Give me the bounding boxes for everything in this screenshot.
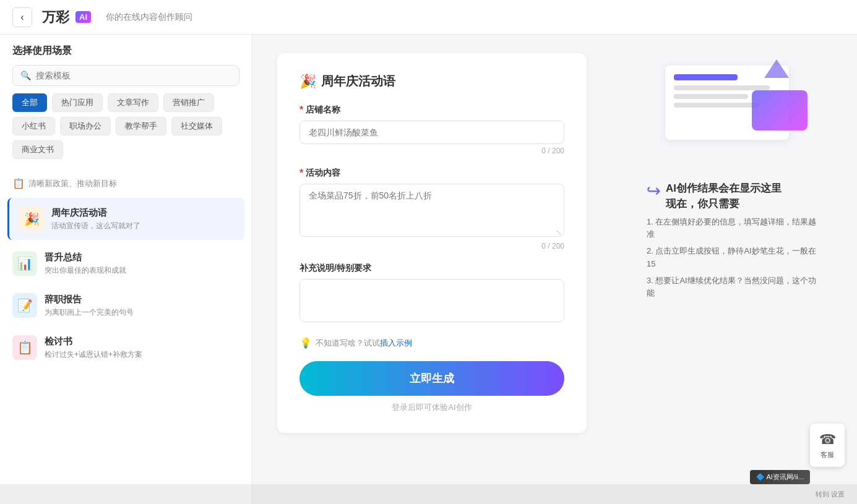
tag-all[interactable]: 全部	[12, 93, 47, 112]
decoration-image	[653, 59, 814, 158]
list-item-icon-resign: 📝	[12, 293, 37, 318]
header-subtitle: 你的在线内容创作顾问	[106, 12, 192, 23]
list-item-subtitle-promotion: 突出你最佳的表现和成就	[45, 265, 239, 276]
list-item-text-anniversary: 周年庆活动语 活动宣传语，这么写就对了	[51, 207, 235, 231]
tag-business[interactable]: 商业文书	[12, 140, 63, 159]
activity-textarea-wrapper: ⤡	[299, 184, 564, 239]
ai-resource-badge: 🔷 AI资讯网/ii...	[750, 470, 810, 484]
bottom-bar-text: 转到 设置	[816, 490, 845, 499]
field-label-store-name: * 店铺名称	[299, 105, 564, 116]
label-text-activity: 活动内容	[306, 168, 340, 179]
list-item-title-resign: 辞职报告	[45, 294, 239, 305]
search-input[interactable]	[36, 70, 231, 80]
back-icon: ‹	[20, 12, 24, 23]
breadcrumb-icon: 📋	[12, 177, 25, 189]
breadcrumb-item: 📋 清晰新政策、推动新目标	[0, 171, 252, 195]
customer-service-icon: ☎	[819, 432, 836, 448]
ai-hint-step-1: 1. 在左侧填好必要的信息，填写越详细，结果越准	[647, 216, 820, 242]
tag-teaching[interactable]: 教学帮手	[116, 117, 166, 135]
hint-text: 不知道写啥？试试插入示例	[316, 338, 412, 349]
activity-char-count: 0 / 200	[541, 242, 564, 250]
card-title: 🎉 周年庆活动语	[299, 73, 564, 90]
tag-xiaohongshu[interactable]: 小红书	[12, 117, 55, 135]
activity-content-textarea[interactable]	[299, 184, 564, 237]
list-item-title-promotion: 晋升总结	[45, 252, 239, 263]
label-text-store: 店铺名称	[306, 105, 340, 116]
sidebar-header: 选择使用场景 🔍	[0, 35, 252, 93]
list-item-title-anniversary: 周年庆活动语	[51, 207, 235, 219]
customer-service-label: 客服	[820, 450, 834, 459]
right-decoration: ↩ AI创作结果会在显示这里 现在，你只需要 1. 在左侧填好必要的信息，填写越…	[634, 59, 832, 310]
list-item-subtitle-resign: 为离职画上一个完美的句号	[45, 307, 239, 318]
ai-hint-step-3: 3. 想要让AI继续优化结果？当然没问题，这个功能	[647, 275, 820, 301]
ai-hint-steps: 1. 在左侧填好必要的信息，填写越详细，结果越准 2. 点击立即生成按钮，静待A…	[647, 216, 820, 301]
tag-marketing[interactable]: 营销推广	[163, 93, 214, 112]
breadcrumb-label: 清晰新政策、推动新目标	[28, 178, 117, 189]
list-item-title-review: 检讨书	[45, 336, 239, 348]
field-activity-content: * 活动内容 ⤡ 0 / 200	[299, 168, 564, 250]
field-label-supplement: 补充说明/特别要求	[299, 263, 564, 274]
list-item-subtitle-review: 检讨过失+诚恩认错+补救方案	[45, 349, 239, 360]
form-card: 🎉 周年庆活动语 * 店铺名称 0 / 200 * 活动内容	[277, 53, 587, 433]
arrow-icon: ↩	[647, 181, 661, 201]
list-item-resign[interactable]: 📝 辞职报告 为离职画上一个完美的句号	[0, 284, 252, 327]
sidebar: 选择使用场景 🔍 全部 热门应用 文章写作 营销推广 小红书 职场办公 教学帮手…	[0, 35, 252, 504]
hint-icon: 💡	[299, 337, 312, 349]
list-item-text-resign: 辞职报告 为离职画上一个完美的句号	[45, 294, 239, 318]
sidebar-list: 📋 清晰新政策、推动新目标 🎉 周年庆活动语 活动宣传语，这么写就对了 📊 晋升…	[0, 166, 252, 504]
generate-hint: 登录后即可体验AI创作	[299, 402, 564, 413]
list-item-text-promotion: 晋升总结 突出你最佳的表现和成就	[45, 252, 239, 276]
resize-handle[interactable]: ⤡	[556, 228, 562, 237]
tag-article[interactable]: 文章写作	[108, 93, 158, 112]
bottom-bar: 转到 设置	[0, 484, 857, 504]
list-item-icon-anniversary: 🎉	[19, 207, 44, 231]
search-icon: 🔍	[20, 70, 31, 80]
list-item-icon-promotion: 📊	[12, 251, 37, 276]
store-name-input[interactable]	[299, 121, 564, 144]
list-item-text-review: 检讨书 检讨过失+诚恩认错+补救方案	[45, 336, 239, 360]
tags-area: 全部 热门应用 文章写作 营销推广 小红书 职场办公 教学帮手 社交媒体 商业文…	[0, 93, 252, 166]
list-item-anniversary[interactable]: 🎉 周年庆活动语 活动宣传语，这么写就对了	[7, 198, 244, 240]
customer-service-button[interactable]: ☎ 客服	[810, 424, 845, 467]
generate-button[interactable]: 立即生成	[299, 361, 564, 396]
ai-hint-title-area: AI创作结果会在显示这里 现在，你只需要	[666, 181, 782, 211]
ai-hint-subtitle: 现在，你只需要	[666, 197, 782, 211]
label-text-supplement: 补充说明/特别要求	[299, 263, 371, 274]
header: ‹ 万彩 AI 你的在线内容创作顾问	[0, 0, 857, 35]
tag-social[interactable]: 社交媒体	[171, 117, 222, 135]
sidebar-title: 选择使用场景	[12, 45, 239, 58]
list-item-promotion[interactable]: 📊 晋升总结 突出你最佳的表现和成就	[0, 242, 252, 284]
store-name-footer: 0 / 200	[299, 147, 564, 155]
field-label-activity: * 活动内容	[299, 168, 564, 179]
tag-office[interactable]: 职场办公	[60, 117, 111, 135]
logo-ai-badge: AI	[75, 11, 91, 23]
ai-hint-step-2: 2. 点击立即生成按钮，静待AI妙笔生花，一般在15	[647, 245, 820, 271]
list-item-subtitle-anniversary: 活动宣传语，这么写就对了	[51, 221, 235, 231]
required-mark-activity: *	[299, 168, 303, 179]
supplement-textarea[interactable]	[299, 279, 564, 322]
title-icon: 🎉	[299, 74, 316, 90]
activity-footer: 0 / 200	[299, 242, 564, 250]
tag-hot[interactable]: 热门应用	[52, 93, 103, 112]
field-supplement: 补充说明/特别要求	[299, 263, 564, 325]
logo-text: 万彩	[42, 8, 69, 27]
content-area: 🎉 周年庆活动语 * 店铺名称 0 / 200 * 活动内容	[252, 35, 857, 504]
store-name-char-count: 0 / 200	[541, 147, 564, 155]
card-title-text: 周年庆活动语	[321, 73, 395, 90]
ai-hint-box: ↩ AI创作结果会在显示这里 现在，你只需要 1. 在左侧填好必要的信息，填写越…	[634, 171, 832, 310]
required-mark-store: *	[299, 105, 303, 116]
list-item-review[interactable]: 📋 检讨书 检讨过失+诚恩认错+补救方案	[0, 327, 252, 369]
ai-hint-title: AI创作结果会在显示这里	[666, 181, 782, 197]
search-box[interactable]: 🔍	[12, 65, 239, 86]
main-layout: 选择使用场景 🔍 全部 热门应用 文章写作 营销推广 小红书 职场办公 教学帮手…	[0, 35, 857, 504]
ai-badge-text: 🔷 AI资讯网/ii...	[756, 473, 804, 481]
back-button[interactable]: ‹	[12, 7, 32, 27]
hint-row[interactable]: 💡 不知道写啥？试试插入示例	[299, 337, 564, 349]
field-store-name: * 店铺名称 0 / 200	[299, 105, 564, 155]
logo-area: 万彩 AI	[42, 8, 91, 27]
list-item-icon-review: 📋	[12, 335, 37, 360]
hint-link[interactable]: 插入示例	[380, 338, 412, 348]
